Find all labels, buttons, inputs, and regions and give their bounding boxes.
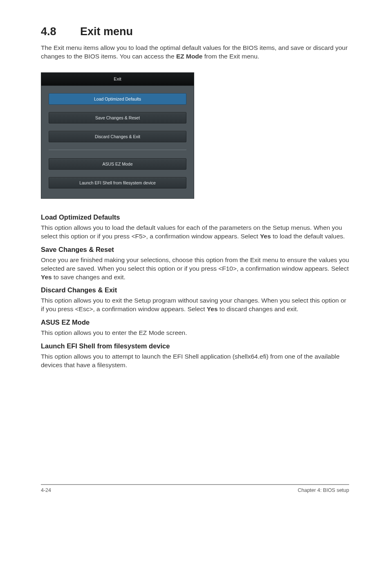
chapter-label: Chapter 4: BIOS setup (298, 487, 349, 493)
load-optimized-defaults-button[interactable]: Load Optimized Defaults (49, 93, 186, 105)
bios-exit-screenshot: Exit Load Optimized Defaults Save Change… (41, 72, 194, 199)
page-footer: 4-24 Chapter 4: BIOS setup (41, 487, 349, 493)
bios-body: Load Optimized Defaults Save Changes & R… (41, 86, 194, 198)
save-changes-paragraph: Once you are finished making your select… (41, 256, 349, 282)
save-changes-reset-button[interactable]: Save Changes & Reset (49, 112, 186, 123)
intro-bold: EZ Mode (176, 53, 203, 60)
section-number: 4.8 (41, 25, 80, 38)
page-number: 4-24 (41, 487, 51, 493)
save-changes-heading: Save Changes & Reset (41, 246, 349, 254)
text: This option allows you to exit the Setup… (41, 297, 346, 312)
asus-ez-mode-button[interactable]: ASUS EZ Mode (49, 158, 186, 170)
discard-changes-paragraph: This option allows you to exit the Setup… (41, 296, 349, 314)
text: Once you are finished making your select… (41, 256, 349, 272)
ez-mode-heading: ASUS EZ Mode (41, 319, 349, 326)
text-bold: Yes (41, 274, 52, 281)
intro-paragraph: The Exit menu items allow you to load th… (41, 44, 349, 61)
section-heading: 4.8Exit menu (41, 25, 349, 38)
launch-efi-shell-button[interactable]: Launch EFI Shell from filesystem device (49, 177, 186, 189)
efi-shell-heading: Launch EFI Shell from filesystem device (41, 342, 349, 350)
footer-rule (41, 484, 349, 485)
text: to discard changes and exit. (218, 305, 298, 312)
text-bold: Yes (260, 233, 271, 240)
discard-changes-exit-button[interactable]: Discard Changes & Exit (49, 131, 186, 142)
text-bold: Yes (207, 305, 218, 312)
intro-post: from the Exit menu. (202, 53, 259, 60)
load-defaults-paragraph: This option allows you to load the defau… (41, 224, 349, 241)
text: to save changes and exit. (52, 274, 126, 281)
efi-shell-paragraph: This option allows you to attempt to lau… (41, 352, 349, 370)
bios-divider (49, 150, 186, 150)
ez-mode-paragraph: This option allows you to enter the EZ M… (41, 329, 349, 337)
section-title: Exit menu (80, 25, 133, 38)
discard-changes-heading: Discard Changes & Exit (41, 286, 349, 294)
text: to load the default values. (271, 233, 345, 240)
bios-header: Exit (41, 73, 194, 86)
load-defaults-heading: Load Optimized Defaults (41, 213, 349, 221)
